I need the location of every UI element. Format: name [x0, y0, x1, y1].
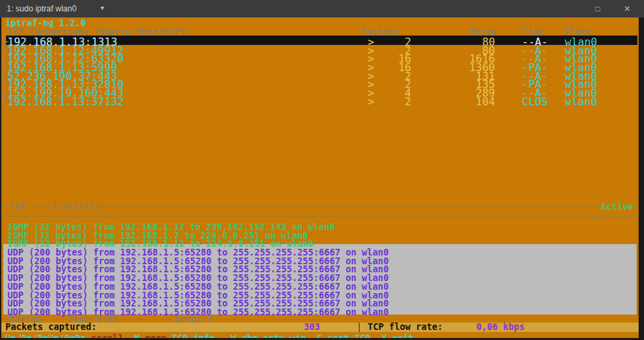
tcp-connection-row[interactable]: └ 192.168.1.12:49912 > 2 80 --A- wlan0	[0, 44, 639, 53]
tcp-connection-row[interactable]: ┌ 52.236.190.37:443 > 2 131 --A- wlan0	[0, 70, 639, 78]
tcp-entry-count: 4 entries	[49, 203, 101, 211]
maximize-button[interactable]: □	[590, 3, 605, 14]
close-button[interactable]: ✕	[620, 3, 635, 14]
chevron-down-icon[interactable]: ▾	[101, 4, 104, 11]
terminal-right-edge	[639, 17, 644, 340]
lower-pane-top-border	[1, 216, 637, 217]
terminal-left-edge	[0, 17, 1, 340]
tcp-connection-row[interactable]: ┌ 152.199.19.160:443 > 4 289 --A- wlan0	[0, 87, 639, 95]
lower-pane-right-border	[637, 216, 638, 319]
tcp-connection-row[interactable]: └ 192.168.1.13:32810 > 2 135 -PA- wlan0	[0, 78, 639, 87]
packet-count: 2	[366, 95, 411, 108]
lower-pane-left-border	[1, 216, 2, 319]
terminal-screen: iptraf-ng 1.2.0 TCP Connections (Source …	[0, 17, 644, 340]
interface-name: wlan0	[565, 95, 597, 108]
tcp-footer-label: TCP:	[7, 203, 32, 211]
terminal-window: 1: sudo iptraf wlan0 ▾ □ ✕ iptraf-ng 1.2…	[0, 0, 644, 340]
tcp-connection-row[interactable]: ┌ 192.168.1.13:1313 > 2 80 --A- wlan0	[0, 36, 639, 44]
connection-host: 192.168.1.13:37132	[7, 95, 123, 108]
tcp-connection-row[interactable]: └ 192.168.1.13:37132 > 2 104 CLOS wlan0	[0, 95, 639, 104]
tcp-flow-rate-value: 0,06 kbps	[476, 323, 525, 331]
packets-captured-label: Packets captured:	[5, 323, 97, 331]
tcp-flow-rate-label: TCP flow rate:	[368, 323, 443, 331]
active-window-badge: Active	[599, 203, 635, 211]
tcp-connection-row[interactable]: └ 192.168.1.13:5990 > 16 1360 -PA- wlan0	[0, 61, 639, 70]
tcp-connection-row[interactable]: ┌ 192.168.1.12:63320 > 16 1616 --A- wlan…	[0, 52, 639, 61]
byte-count: 104	[440, 95, 495, 108]
tcp-flag: CLOS	[522, 95, 548, 108]
window-titlebar[interactable]: 1: sudo iptraf wlan0 ▾ □ ✕	[0, 0, 644, 17]
status-bar-divider	[359, 323, 360, 332]
packet-message-line: UDP (200 bytes) from 192.168.1.5:65280 t…	[7, 282, 388, 291]
packets-captured-value: 303	[304, 323, 320, 331]
window-title: 1: sudo iptraf wlan0	[7, 4, 76, 13]
